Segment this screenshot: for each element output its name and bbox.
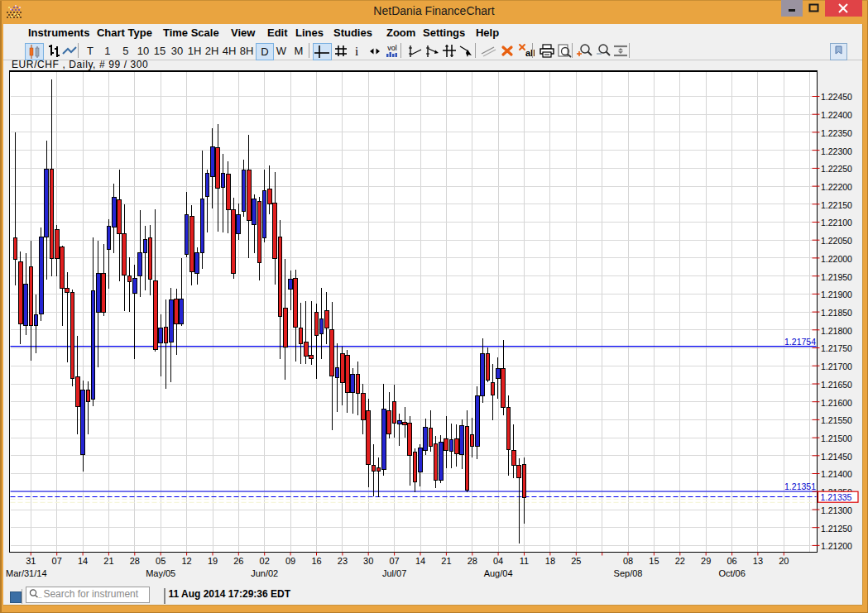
svg-text:Jul/07: Jul/07	[382, 568, 406, 578]
svg-text:Mar/31/14: Mar/31/14	[6, 568, 47, 578]
svg-text:Jun/02: Jun/02	[251, 568, 278, 578]
svg-text:04: 04	[493, 556, 503, 566]
svg-text:08: 08	[623, 556, 633, 566]
svg-text:1.21800: 1.21800	[821, 326, 852, 336]
svg-text:23: 23	[338, 556, 348, 566]
svg-text:07: 07	[52, 556, 62, 566]
svg-text:26: 26	[233, 556, 243, 566]
svg-text:06: 06	[727, 556, 736, 566]
svg-text:1.22150: 1.22150	[821, 200, 852, 210]
svg-text:1.22350: 1.22350	[821, 128, 852, 138]
svg-text:1.22000: 1.22000	[821, 254, 852, 264]
svg-text:11: 11	[520, 556, 529, 566]
svg-text:1.22100: 1.22100	[821, 218, 852, 227]
svg-text:1.21550: 1.21550	[821, 415, 852, 425]
svg-text:Oct/06: Oct/06	[718, 568, 745, 578]
svg-text:1.21700: 1.21700	[821, 362, 852, 371]
svg-text:05: 05	[156, 556, 165, 566]
svg-text:25: 25	[571, 556, 581, 566]
svg-text:1.21900: 1.21900	[821, 290, 852, 299]
svg-text:1.21400: 1.21400	[821, 469, 852, 479]
svg-text:09: 09	[285, 556, 295, 566]
svg-text:1.21500: 1.21500	[821, 433, 852, 443]
svg-text:1.21850: 1.21850	[821, 308, 852, 318]
svg-text:..: ..	[38, 592, 41, 600]
svg-text:Aug/04: Aug/04	[484, 568, 513, 578]
svg-text:1.21200: 1.21200	[821, 541, 852, 551]
svg-text:07: 07	[389, 556, 399, 566]
svg-text:28: 28	[130, 556, 140, 566]
svg-text:1.21750: 1.21750	[821, 343, 852, 353]
svg-text:14: 14	[415, 556, 425, 566]
svg-text:1.21754: 1.21754	[784, 337, 816, 347]
svg-text:16: 16	[311, 556, 321, 566]
svg-text:1.21950: 1.21950	[821, 272, 852, 282]
svg-text:1.22450: 1.22450	[821, 92, 852, 102]
svg-text:1.21351: 1.21351	[784, 481, 816, 491]
svg-text:1.21450: 1.21450	[821, 452, 852, 462]
svg-text:1.21300: 1.21300	[821, 505, 852, 515]
svg-text:1.21600: 1.21600	[821, 398, 852, 408]
svg-text:30: 30	[363, 556, 373, 566]
svg-text:EUR/CHF , Daily, # 99 / 300: EUR/CHF , Daily, # 99 / 300	[12, 59, 148, 70]
svg-text:14: 14	[78, 556, 88, 566]
svg-text:May/05: May/05	[146, 568, 175, 578]
svg-text:13: 13	[753, 556, 763, 566]
svg-text:1.22300: 1.22300	[821, 146, 852, 156]
svg-text:12: 12	[181, 556, 191, 566]
svg-text:20: 20	[779, 556, 789, 566]
svg-text:1.22050: 1.22050	[821, 236, 852, 246]
svg-text:15: 15	[649, 556, 659, 566]
svg-text:21: 21	[441, 556, 451, 566]
svg-text:Sep/08: Sep/08	[614, 568, 643, 578]
svg-text:02: 02	[260, 556, 270, 566]
svg-text:31: 31	[26, 556, 36, 566]
svg-text:1.21250: 1.21250	[821, 524, 852, 534]
svg-text:1.21650: 1.21650	[821, 380, 852, 390]
svg-text:1.22400: 1.22400	[821, 110, 852, 120]
svg-text:19: 19	[208, 556, 218, 566]
svg-text:18: 18	[545, 556, 555, 566]
svg-text:1.22250: 1.22250	[821, 164, 852, 174]
svg-text:1.22200: 1.22200	[821, 182, 852, 192]
svg-text:21: 21	[103, 556, 113, 566]
svg-text:1.21335: 1.21335	[821, 492, 852, 502]
svg-text:22: 22	[675, 556, 685, 566]
svg-text:29: 29	[701, 556, 711, 566]
svg-text:28: 28	[468, 556, 477, 566]
